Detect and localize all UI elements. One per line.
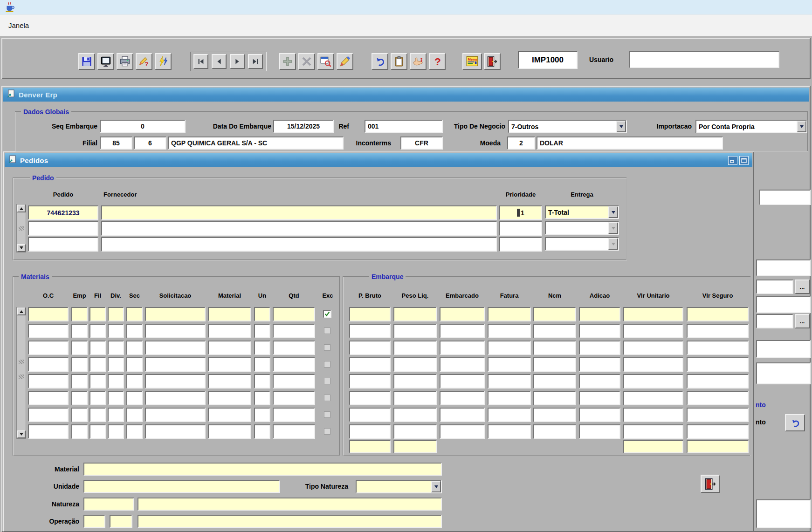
exc-checkbox[interactable] — [324, 411, 330, 418]
operacao-field-1[interactable] — [83, 515, 105, 528]
prioridade-cell[interactable] — [499, 221, 542, 236]
moeda-name-field[interactable]: DOLAR — [537, 136, 723, 150]
exc-checkbox[interactable] — [324, 395, 330, 401]
entrega-combo[interactable] — [545, 221, 619, 235]
ref-field[interactable]: 001 — [365, 120, 443, 133]
embarque-cell[interactable] — [349, 341, 391, 355]
materiais-cell[interactable] — [108, 391, 124, 405]
embarque-cell[interactable] — [533, 357, 576, 372]
pedidos-titlebar[interactable]: Pedidos — [5, 153, 752, 167]
materiais-cell[interactable] — [89, 357, 106, 372]
scroll-down-button[interactable] — [17, 430, 26, 438]
materiais-cell[interactable] — [71, 391, 88, 405]
embarque-cell[interactable] — [488, 391, 531, 405]
exc-checkbox[interactable] — [324, 344, 330, 351]
fornecedor-cell[interactable] — [101, 237, 497, 252]
operacao-field-2[interactable] — [110, 515, 132, 528]
background-field-fragment[interactable] — [756, 314, 793, 328]
materiais-cell[interactable] — [145, 391, 206, 405]
pedido-cell[interactable] — [28, 237, 98, 252]
scroll-up-button[interactable] — [17, 307, 26, 315]
print-button[interactable] — [117, 53, 133, 70]
embarque-total-cell[interactable] — [687, 440, 749, 453]
embarque-cell[interactable] — [687, 307, 749, 321]
seq-embarque-field[interactable]: 0 — [100, 120, 186, 133]
embarque-cell[interactable] — [533, 307, 576, 321]
embarque-cell[interactable] — [393, 324, 437, 338]
materiais-cell[interactable] — [126, 324, 143, 338]
embarque-cell[interactable] — [533, 424, 576, 439]
tipo-negocio-combo[interactable]: 7-Outros — [508, 120, 627, 133]
materiais-cell[interactable] — [89, 324, 106, 338]
exc-checkbox[interactable] — [324, 327, 330, 334]
embarque-cell[interactable] — [687, 424, 749, 439]
background-field-fragment[interactable] — [756, 362, 811, 384]
materiais-cell[interactable] — [71, 408, 88, 422]
embarque-cell[interactable] — [393, 424, 437, 439]
scroll-down-button[interactable] — [17, 244, 26, 252]
lookup-ellipsis-button[interactable]: ... — [795, 314, 810, 328]
materiais-cell[interactable] — [108, 374, 124, 389]
materiais-cell[interactable] — [126, 408, 143, 422]
denver-window-titlebar[interactable]: Denver Erp — [3, 88, 809, 102]
materiais-cell[interactable] — [108, 341, 124, 355]
background-undo-button[interactable] — [785, 414, 805, 431]
filial-code2-field[interactable]: 6 — [134, 136, 166, 150]
materiais-cell[interactable] — [71, 424, 88, 439]
maximize-button[interactable] — [739, 156, 749, 165]
edit-button[interactable] — [337, 53, 353, 70]
embarque-cell[interactable] — [579, 341, 620, 355]
embarque-cell[interactable] — [440, 307, 485, 321]
material-field[interactable] — [83, 463, 442, 476]
materiais-cell[interactable] — [71, 341, 88, 355]
screen-button[interactable] — [97, 53, 114, 70]
dropdown-arrow-icon[interactable] — [608, 206, 618, 218]
embarque-cell[interactable] — [623, 374, 683, 389]
materiais-cell[interactable] — [208, 424, 251, 439]
embarque-cell[interactable] — [393, 374, 437, 389]
materiais-cell[interactable] — [208, 391, 251, 405]
materiais-cell[interactable] — [273, 374, 315, 389]
embarque-cell[interactable] — [687, 357, 749, 372]
embarque-cell[interactable] — [349, 374, 391, 389]
materiais-cell[interactable] — [28, 357, 69, 372]
pedido-cell[interactable] — [28, 221, 98, 236]
materiais-cell[interactable] — [254, 391, 270, 405]
embarque-cell[interactable] — [440, 408, 485, 422]
materiais-cell[interactable] — [254, 324, 270, 338]
exc-checkbox[interactable] — [323, 310, 331, 318]
materiais-cell[interactable] — [208, 341, 251, 355]
exit-button[interactable] — [484, 53, 501, 70]
materiais-cell[interactable] — [273, 357, 315, 372]
materiais-cell[interactable] — [108, 408, 124, 422]
inconterms-field[interactable]: CFR — [400, 136, 443, 150]
embarque-cell[interactable] — [533, 374, 576, 389]
embarque-total-cell[interactable] — [393, 440, 437, 453]
confirm-button[interactable] — [410, 53, 427, 70]
embarque-total-cell[interactable] — [349, 440, 391, 453]
materiais-cell[interactable] — [145, 357, 206, 372]
materiais-cell[interactable] — [126, 307, 143, 321]
embarque-cell[interactable] — [533, 341, 576, 355]
materiais-cell[interactable] — [254, 374, 270, 389]
scrollbar-track[interactable] — [17, 212, 26, 244]
embarque-cell[interactable] — [349, 391, 391, 405]
pedido-cell[interactable]: 744621233 — [28, 205, 98, 220]
materiais-cell[interactable] — [254, 408, 270, 422]
embarque-cell[interactable] — [488, 374, 531, 389]
materiais-cell[interactable] — [254, 307, 270, 321]
embarque-cell[interactable] — [579, 324, 620, 338]
embarque-cell[interactable] — [349, 307, 391, 321]
embarque-cell[interactable] — [687, 391, 749, 405]
materiais-cell[interactable] — [208, 408, 251, 422]
materiais-cell[interactable] — [208, 374, 251, 389]
embarque-cell[interactable] — [623, 357, 683, 372]
embarque-cell[interactable] — [393, 357, 437, 372]
background-field-fragment[interactable] — [756, 280, 793, 294]
materiais-cell[interactable] — [89, 424, 106, 439]
materiais-cell[interactable] — [28, 391, 69, 405]
materiais-cell[interactable] — [208, 357, 251, 372]
materiais-cell[interactable] — [71, 357, 88, 372]
embarque-cell[interactable] — [488, 408, 531, 422]
materiais-cell[interactable] — [254, 341, 270, 355]
